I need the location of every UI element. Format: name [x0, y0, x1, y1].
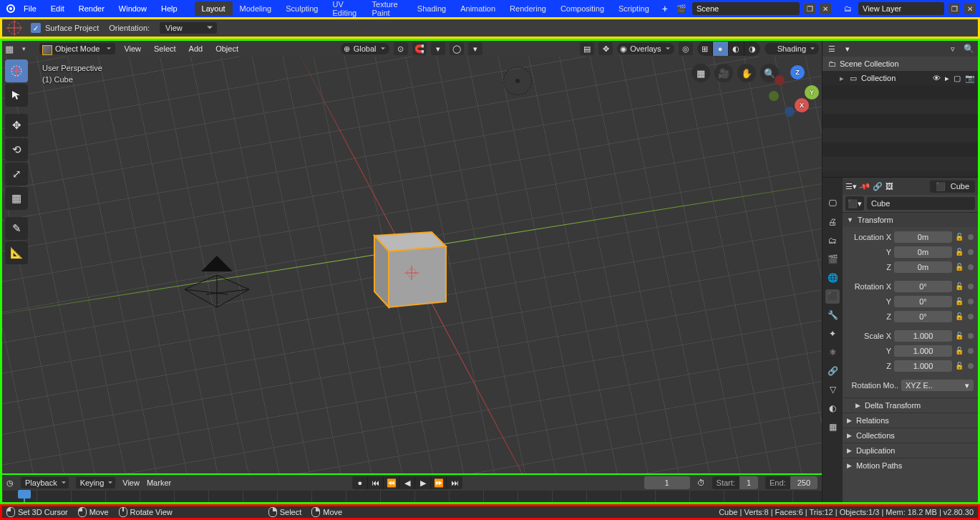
location-x-field[interactable]: 0m [894, 231, 952, 243]
lock-icon[interactable]: 🔓 [955, 263, 965, 271]
viewport-menu-select[interactable]: Select [150, 43, 180, 54]
tool-measure[interactable]: 📐 [5, 241, 28, 264]
viewport-menu-view[interactable]: View [120, 43, 145, 54]
panel-collections[interactable]: ▶ Collections [843, 428, 978, 443]
jump-to-end[interactable]: ⏭ [447, 476, 462, 489]
pin-icon[interactable]: 📌 [858, 180, 872, 193]
viewlayer-browse-icon[interactable]: 🗂 [840, 4, 855, 13]
rotation-mode-dropdown[interactable]: XYZ E.. ▾ [901, 380, 974, 391]
end-frame-field[interactable]: End: 250 [765, 476, 818, 489]
scene-name-field[interactable]: Scene [692, 2, 800, 15]
jump-prev-keyframe[interactable]: ⏪ [384, 476, 399, 489]
lock-icon[interactable]: 🔓 [955, 282, 965, 290]
tab-constraints[interactable]: 🔗 [825, 364, 840, 378]
anim-dot[interactable] [968, 363, 974, 369]
gizmo-y-axis[interactable]: Y [805, 85, 819, 100]
tab-material[interactable]: ◐ [825, 401, 840, 415]
workspace-tab-animation[interactable]: Animation [453, 1, 503, 16]
viewport-3d[interactable]: ✥ ⟲ ⤢ ▦ ✎ 📐 User Perspective (1) Cube [2, 57, 822, 473]
shading-lookdev[interactable]: ◐ [729, 42, 744, 56]
selectable-toggle[interactable]: ▸ [945, 74, 949, 83]
workspace-add-button[interactable]: + [656, 1, 674, 16]
lock-icon[interactable]: 🔓 [955, 248, 965, 256]
tool-scale[interactable]: ⤢ [5, 163, 28, 186]
jump-to-start[interactable]: ⏮ [368, 476, 384, 489]
workspace-tab-modeling[interactable]: Modeling [233, 1, 279, 16]
workspace-tab-rendering[interactable]: Rendering [503, 1, 553, 16]
timeline-keying-menu[interactable]: Keying [76, 477, 116, 488]
timeline-playback-menu[interactable]: Playback [21, 477, 69, 488]
play-forward[interactable]: ▶ [415, 476, 431, 489]
disclosure-icon[interactable]: ▸ [838, 74, 845, 83]
object-type-visibility[interactable]: ▤ [580, 42, 594, 55]
workspace-tab-texture-paint[interactable]: Texture Paint [365, 0, 410, 20]
outliner-collection[interactable]: ▸ ▭ Collection 👁 ▸ ▢ 📷 [823, 71, 978, 85]
lock-icon[interactable]: 🔓 [955, 347, 965, 355]
viewlayer-delete-button[interactable]: ✕ [964, 3, 976, 14]
proportional-edit-toggle[interactable]: ◯ [450, 42, 464, 55]
snap-toggle[interactable]: 🧲 [412, 42, 427, 55]
shading-options-dropdown[interactable]: Shading [765, 43, 819, 54]
outliner-search-icon[interactable]: 🔍 [962, 43, 975, 54]
tool-cursor[interactable] [5, 59, 28, 82]
object-name-field[interactable]: Cube [867, 197, 975, 210]
play-reverse[interactable]: ◀ [399, 476, 415, 489]
start-frame-field[interactable]: Start: 1 [712, 476, 758, 489]
panel-motion-paths[interactable]: ▶ Motion Paths [843, 458, 978, 473]
anim-dot[interactable] [968, 264, 974, 270]
outliner-tree[interactable]: 🗀 Scene Collection ▸ ▭ Collection 👁 ▸ ▢ … [823, 57, 978, 177]
workspace-tab-shading[interactable]: Shading [410, 1, 453, 16]
tab-world[interactable]: 🌐 [825, 271, 840, 285]
pan-view-icon[interactable]: ✋ [737, 64, 756, 82]
shading-rendered[interactable]: ◑ [744, 42, 760, 56]
menu-render[interactable]: Render [72, 2, 112, 15]
gizmo-neg-y[interactable] [769, 91, 779, 101]
gizmo-x-axis[interactable]: X [795, 98, 809, 112]
viewlayer-name-field[interactable]: View Layer [858, 2, 944, 15]
preview-range-icon[interactable]: ⏱ [697, 478, 705, 487]
panel-duplication[interactable]: ▶ Duplication [843, 443, 978, 458]
timeline-view-menu[interactable]: View [122, 478, 140, 487]
lock-icon[interactable]: 🔓 [955, 312, 965, 320]
tab-modifiers[interactable]: 🔧 [825, 308, 840, 322]
tool-select-box[interactable] [5, 84, 28, 107]
jump-next-keyframe[interactable]: ⏩ [431, 476, 447, 489]
outliner-scene-collection[interactable]: 🗀 Scene Collection [823, 57, 978, 71]
rotation-x-field[interactable]: 0° [894, 281, 952, 292]
editor-type-chevron-icon[interactable]: ▾ [22, 45, 35, 52]
gizmo-neg-z[interactable] [785, 107, 795, 117]
workspace-tab-uv-editing[interactable]: UV Editing [326, 0, 365, 20]
outliner-editor-icon[interactable]: ☰ [825, 43, 838, 54]
anim-dot[interactable] [968, 333, 974, 339]
scene-new-button[interactable]: ❐ [804, 3, 815, 14]
pivot-point-dropdown[interactable]: ⊙ [394, 42, 408, 55]
timeline-marker-menu[interactable]: Marker [147, 478, 171, 487]
tool-move[interactable]: ✥ [5, 114, 28, 137]
object-datablock-dropdown[interactable]: ⬛▾ [845, 196, 864, 211]
anim-dot[interactable] [968, 234, 974, 240]
timeline-editor-icon[interactable]: ◷ [6, 478, 14, 488]
scale-z-field[interactable]: 1.000 [894, 360, 952, 372]
panel-transform-header[interactable]: ▼ Transform [843, 212, 978, 227]
rotation-y-field[interactable]: 0° [894, 296, 952, 307]
menu-edit[interactable]: Edit [44, 2, 72, 15]
anim-dot[interactable] [968, 284, 974, 289]
overlays-dropdown[interactable]: ◉ Overlays [617, 43, 674, 54]
transform-orientation-dropdown[interactable]: ⊕ Global [341, 43, 389, 54]
surface-project-checkbox[interactable] [31, 23, 41, 33]
menu-file[interactable]: File [16, 2, 44, 15]
tab-output[interactable]: 🖨 [825, 215, 840, 229]
anim-dot[interactable] [968, 348, 974, 354]
exclude-toggle[interactable]: 👁 [933, 74, 941, 83]
auto-keyframe-toggle[interactable]: ● [352, 476, 368, 489]
editor-type-icon[interactable]: ▦ [5, 44, 18, 54]
tab-render[interactable]: 🖵 [825, 196, 840, 211]
lock-icon[interactable]: 🔓 [955, 332, 965, 340]
anim-dot[interactable] [968, 314, 974, 319]
outliner-display-mode[interactable]: ▾ [841, 43, 854, 54]
toggle-quadview-icon[interactable]: ▦ [692, 64, 710, 82]
tool-transform[interactable]: ▦ [5, 187, 28, 210]
shading-wireframe[interactable]: ⊞ [697, 42, 713, 56]
lock-icon[interactable]: 🔓 [955, 297, 965, 305]
menu-window[interactable]: Window [112, 2, 154, 15]
